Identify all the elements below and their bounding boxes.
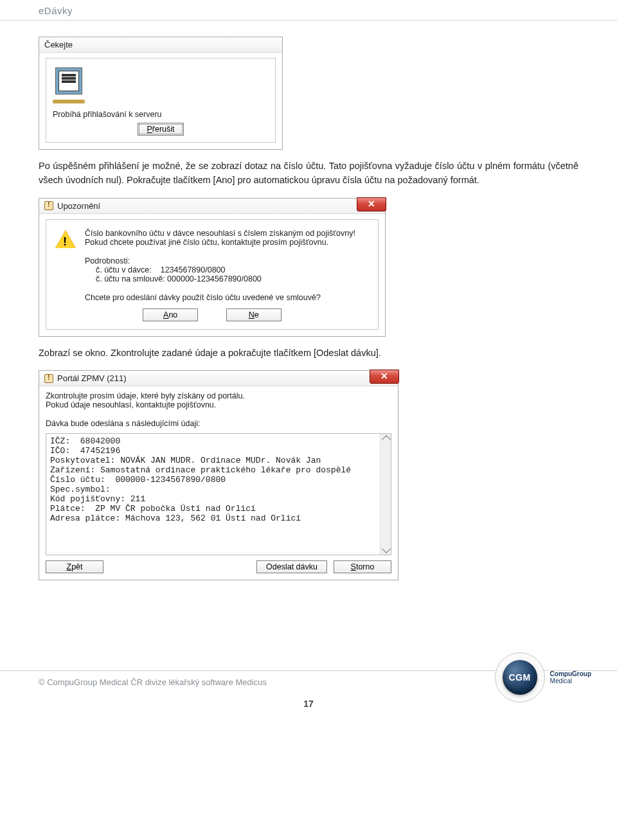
wait-dialog-title: Čekejte (39, 37, 282, 53)
storno-button[interactable]: Storno (334, 560, 391, 573)
warning-icon: ! (55, 230, 76, 248)
warn-details-label: Podrobnosti: (85, 256, 369, 265)
portal-details-text: IČZ: 68042000 IČO: 47452196 Poskytovatel… (50, 436, 351, 523)
warning-dialog: Upozornění ✕ ! Číslo bankovního účtu v d… (39, 198, 386, 337)
close-button[interactable]: ✕ (370, 370, 399, 384)
paragraph-1: Po úspěšném přihlášení je možné, že se z… (39, 159, 578, 188)
cgm-logo-text: CompuGroup Medical (550, 670, 591, 684)
portal-dialog-title: Portál ZPMV (211) (57, 373, 127, 383)
warn-account-batch: č. účtu v dávce: 1234567890/0800 (91, 265, 369, 274)
doc-header: eDávky (39, 0, 578, 20)
back-button[interactable]: Zpět (46, 560, 103, 573)
warn-line-1: Číslo bankovního účtu v dávce nesouhlasí… (85, 229, 369, 238)
wait-animation-icon (53, 67, 269, 103)
warning-dialog-title: Upozornění (57, 201, 100, 211)
portal-intro-1: Zkontrolujte prosím údaje, které byly zí… (46, 391, 391, 400)
close-button[interactable]: ✕ (357, 197, 386, 211)
portal-dialog: Portál ZPMV (211) ✕ Zkontrolujte prosím … (39, 370, 398, 580)
scrollbar[interactable] (380, 434, 391, 555)
wait-dialog: Čekejte Probíhá přihlašování k serveru P… (39, 37, 283, 150)
no-button[interactable]: Ne (226, 308, 282, 321)
portal-details-textarea[interactable]: IČZ: 68042000 IČO: 47452196 Poskytovatel… (46, 433, 391, 555)
cancel-button[interactable]: Přerušit (138, 123, 184, 136)
yes-button[interactable]: Ano (143, 308, 198, 321)
header-rule (0, 20, 617, 21)
page-footer: CGM CompuGroup Medical © CompuGroup Medi… (39, 670, 578, 709)
warn-line-2: Pokud chcete používat jiné číslo účtu, k… (85, 238, 369, 247)
warning-dialog-titlebar: Upozornění (39, 199, 385, 214)
paragraph-2: Zobrazí se okno. Zkontrolujte zadané úda… (39, 346, 578, 360)
portal-dialog-titlebar: Portál ZPMV (211) (39, 371, 398, 386)
portal-intro-3: Dávka bude odeslána s následujícími údaj… (46, 419, 391, 428)
warn-account-contract: č. účtu na smlouvě: 000000-1234567890/08… (91, 274, 369, 283)
portal-intro-2: Pokud údaje nesouhlasí, kontaktujte poji… (46, 400, 391, 409)
warn-question: Chcete pro odeslání dávky použít číslo ú… (85, 293, 369, 302)
wait-status-text: Probíhá přihlašování k serveru (53, 110, 269, 119)
cgm-logo-badge: CGM (503, 660, 537, 695)
warning-title-icon (44, 201, 53, 210)
portal-title-icon (44, 374, 53, 383)
send-button[interactable]: Odeslat dávku (256, 560, 327, 573)
cgm-logo: CGM CompuGroup Medical (495, 652, 591, 702)
